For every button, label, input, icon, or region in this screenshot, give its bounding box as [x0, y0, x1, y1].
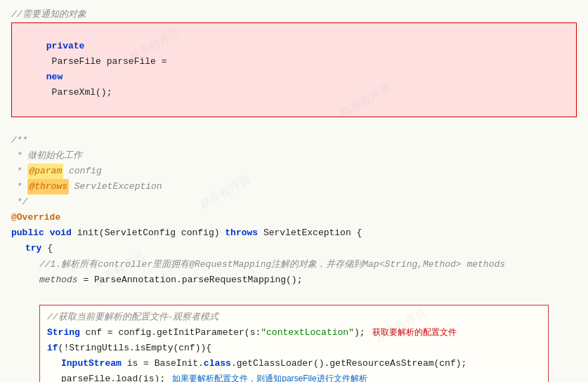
box-line-comment: //获取当前要解析的配置文件-观察者模式 — [47, 310, 541, 325]
note-contextlocation: 获取要解析的配置文件 — [372, 325, 457, 339]
code-line-blank1 — [11, 117, 577, 133]
code-line-11: try { — [11, 241, 577, 256]
box-line-cnf: String cnf = config.getInitParameter(s: … — [47, 325, 541, 341]
code-container: 易哥程序员 易哥程序员 易哥程序员 易哥程序员 易哥程序员 //需要通知的对象 … — [0, 0, 588, 382]
code-line-8: */ — [11, 195, 577, 210]
observer-box: //获取当前要解析的配置文件-观察者模式 String cnf = config… — [39, 305, 549, 382]
code-line-9: @Override — [11, 210, 577, 225]
code-line-10: public void init(ServletConfig config) t… — [11, 225, 577, 241]
code-line-7: * @throws ServletException — [11, 179, 577, 195]
code-line-1: //需要通知的对象 — [11, 7, 577, 22]
code-line-12: //1.解析所有controller里面拥有@RequestMapping注解的… — [11, 257, 577, 272]
box-line-parsefile: parseFile.load(is); 如果要解析配置文件，则通知parseFi… — [47, 371, 541, 382]
code-line-13: methods = ParseAnnotation.parseRequestMa… — [11, 272, 577, 288]
highlighted-declaration: private ParseFile parseFile = new ParseX… — [11, 22, 577, 117]
code-line-blank2 — [11, 288, 577, 303]
code-line-4: /** — [11, 133, 577, 148]
code-line-6: * @param config — [11, 164, 577, 179]
box-line-if: if (!StringUtils.isEmpty(cnf)){ — [47, 341, 541, 356]
box-line-inputstream: InputStream is = BaseInit. class .getCla… — [47, 356, 541, 371]
code-line-5: * 做初始化工作 — [11, 148, 577, 164]
note-parsefile: 如果要解析配置文件，则通知parseFile进行文件解析 — [172, 371, 367, 382]
code-line-2: private ParseFile parseFile = new ParseX… — [11, 22, 577, 117]
comment-text: //需要通知的对象 — [11, 7, 86, 22]
